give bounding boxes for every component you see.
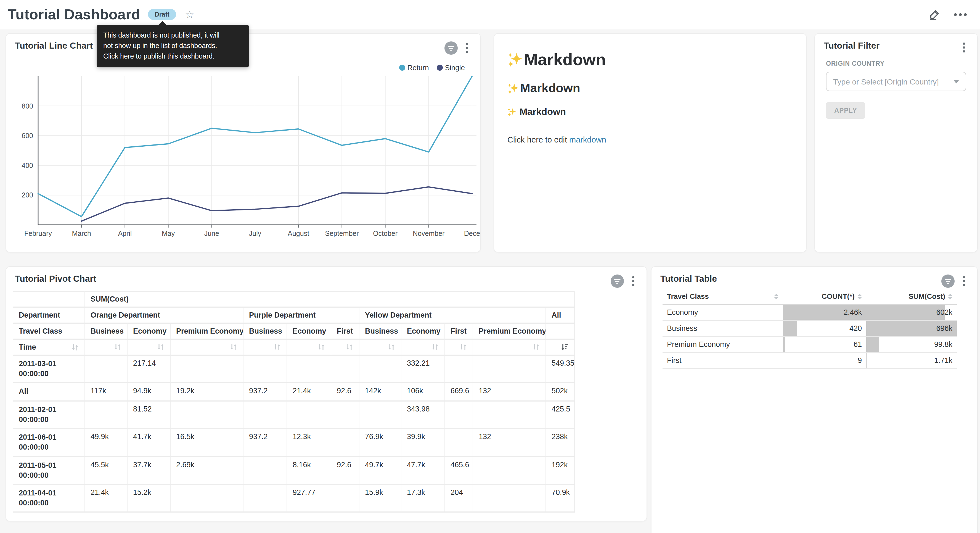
sort-icon[interactable]	[345, 343, 353, 351]
pivot-sort-cell[interactable]	[243, 339, 287, 355]
applied-filters-icon[interactable]	[444, 41, 458, 55]
sort-icon[interactable]	[431, 343, 439, 351]
pivot-row-label: 2011-05-01 00:00:00	[13, 456, 85, 484]
table-column-header[interactable]: Travel Class	[663, 289, 783, 304]
table-column-header[interactable]: COUNT(*)	[783, 289, 866, 304]
sort-icon[interactable]	[71, 343, 79, 351]
sort-icon[interactable]	[317, 343, 325, 351]
pivot-value-cell: 21.4k	[287, 383, 331, 401]
pivot-chart-panel: Tutorial Pivot Chart SUM(Cost)Department…	[6, 266, 647, 522]
markdown-h1: Markdown	[508, 50, 793, 69]
sort-icon[interactable]	[114, 343, 121, 351]
pivot-sort-cell[interactable]	[473, 339, 546, 355]
pivot-value-cell: 15.9k	[359, 484, 401, 512]
pivot-row-label: All	[13, 383, 85, 401]
panel-title: Tutorial Line Chart	[15, 41, 93, 51]
x-axis-tick: April	[118, 230, 132, 237]
table-column-header[interactable]: SUM(Cost)	[866, 289, 957, 304]
pivot-travel-class-header: Business	[85, 323, 127, 339]
edit-markdown-link[interactable]: markdown	[569, 135, 606, 144]
x-axis-tick: September	[325, 230, 359, 237]
x-axis-tick: November	[413, 230, 444, 237]
markdown-paragraph: Click here to edit markdown	[508, 135, 793, 144]
sort-icon[interactable]	[230, 343, 237, 351]
x-axis-tick: February	[24, 230, 52, 237]
pivot-value-cell: 12.3k	[287, 429, 331, 456]
sort-icon[interactable]	[273, 343, 281, 351]
markdown-h1-text: Markdown	[524, 50, 606, 69]
kebab-menu-icon[interactable]	[962, 41, 966, 54]
pivot-department-header: All	[546, 307, 574, 323]
pivot-travel-class-header: Premium Economy	[170, 323, 243, 339]
pivot-sort-cell[interactable]	[401, 339, 445, 355]
legend-item-return[interactable]: Return	[399, 64, 429, 72]
sparkles-icon	[508, 108, 516, 116]
pivot-value-cell: 465.6	[445, 456, 473, 484]
kebab-menu-icon[interactable]	[631, 275, 635, 287]
pivot-sort-cell[interactable]	[546, 339, 574, 355]
edit-pencil-icon[interactable]	[929, 8, 941, 21]
markdown-h2-text: Markdown	[520, 81, 580, 96]
pivot-sort-cell[interactable]	[359, 339, 401, 355]
pivot-department-header: Purple Department	[243, 307, 359, 323]
panel-title: Tutorial Filter	[824, 41, 880, 51]
series-line-single[interactable]	[81, 187, 472, 221]
line-chart: 200400600800FebruaryMarchAprilMayJuneJul…	[6, 75, 480, 246]
pivot-sort-cell[interactable]	[127, 339, 170, 355]
panel-title: Tutorial Table	[660, 274, 717, 284]
applied-filters-icon[interactable]	[611, 274, 624, 288]
pivot-sort-cell[interactable]	[287, 339, 331, 355]
pivot-time-label: Time	[19, 343, 36, 351]
pivot-travel-class-header: First	[445, 323, 473, 339]
sort-icon[interactable]	[388, 343, 395, 351]
sort-icon[interactable]	[157, 343, 164, 351]
pivot-sort-cell[interactable]	[445, 339, 473, 355]
legend-dot	[437, 65, 443, 71]
draft-badge[interactable]: Draft	[148, 9, 176, 20]
pivot-sort-cell[interactable]	[331, 339, 359, 355]
y-axis-tick: 800	[22, 102, 33, 110]
applied-filters-icon[interactable]	[941, 274, 955, 288]
pivot-value-cell: 16.5k	[170, 429, 243, 456]
pivot-value-cell	[445, 355, 473, 383]
sort-carets-icon[interactable]	[858, 294, 862, 299]
travel-class-cell: First	[663, 353, 783, 369]
pivot-sort-cell[interactable]	[85, 339, 127, 355]
pivot-value-cell: 132	[473, 383, 546, 401]
apply-button[interactable]: APPLY	[826, 102, 865, 119]
sort-carets-icon[interactable]	[948, 294, 952, 299]
pivot-value-cell	[473, 456, 546, 484]
kebab-menu-icon[interactable]	[465, 42, 469, 54]
pivot-value-cell	[243, 484, 287, 512]
sum-cost-cell: 696k	[866, 320, 957, 337]
pivot-corner-cell	[13, 291, 85, 307]
pivot-sort-cell[interactable]	[170, 339, 243, 355]
favorite-star-icon[interactable]: ☆	[185, 9, 194, 20]
pivot-department-label: Department	[13, 307, 85, 323]
pivot-metric-header: SUM(Cost)	[85, 291, 574, 307]
legend-item-single[interactable]: Single	[437, 64, 465, 72]
pivot-table: SUM(Cost)DepartmentOrange DepartmentPurp…	[13, 291, 575, 513]
sort-descending-icon[interactable]	[560, 343, 569, 351]
legend-label: Single	[445, 64, 465, 72]
x-axis-tick: July	[249, 230, 261, 237]
chart-legend: ReturnSingle	[399, 64, 465, 72]
pivot-row-label: 2011-06-01 00:00:00	[13, 429, 85, 456]
pivot-value-cell: 132	[473, 429, 546, 456]
kebab-menu-icon[interactable]	[962, 275, 966, 287]
pivot-value-cell: 937.2	[243, 383, 287, 401]
table-panel: Tutorial Table Travel ClassCOUNT(*)SUM(C…	[651, 266, 978, 533]
origin-country-select[interactable]: Type or Select [Origin Country]	[826, 72, 966, 91]
pivot-value-cell: 343.98	[401, 401, 445, 429]
x-axis-tick: August	[288, 230, 309, 237]
sort-icon[interactable]	[459, 343, 467, 351]
count-cell: 9	[783, 353, 866, 369]
pivot-value-cell	[331, 355, 359, 383]
more-ellipsis-icon[interactable]	[954, 13, 967, 16]
pivot-value-cell	[331, 484, 359, 512]
pivot-time-header[interactable]: Time	[13, 339, 85, 355]
x-axis-tick: May	[162, 230, 175, 237]
sort-icon[interactable]	[532, 343, 540, 351]
markdown-h2: Markdown	[508, 81, 793, 96]
sort-carets-icon[interactable]	[774, 294, 778, 299]
